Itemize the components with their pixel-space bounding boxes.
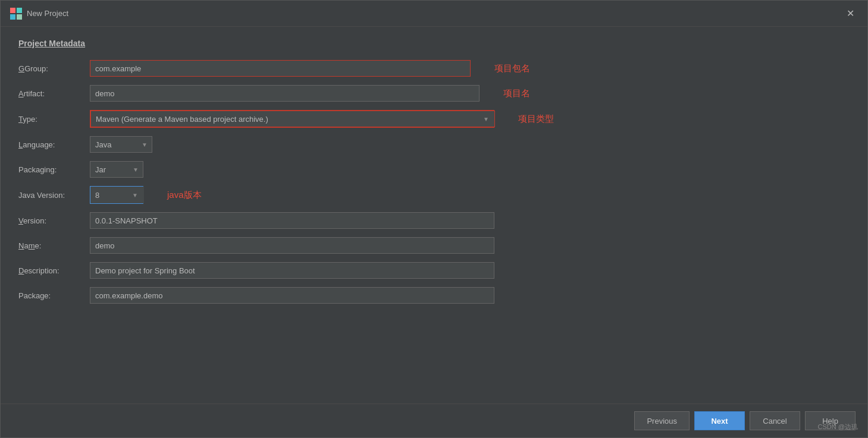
title-bar: New Project ✕ [1, 1, 867, 27]
artifact-label: Artifact: [18, 89, 90, 98]
main-form: Project Metadata GGroup: 项目包名 Artifact: … [18, 39, 530, 392]
group-row: GGroup: 项目包名 [18, 60, 530, 77]
java-version-row: Java Version: 8 11 17 21 java版本 [18, 186, 530, 204]
previous-button[interactable]: Previous [634, 411, 690, 430]
title-bar-left: New Project [10, 8, 68, 20]
package-row: Package: [18, 287, 530, 304]
version-label: Version: [18, 216, 90, 225]
package-input[interactable] [90, 287, 494, 304]
packaging-row: Packaging: Jar War [18, 161, 530, 178]
artifact-row: Artifact: 项目名 [18, 85, 530, 102]
type-row: Type: Maven (Generate a Maven based proj… [18, 110, 530, 128]
description-label: Description: [18, 266, 90, 275]
app-icon [10, 8, 22, 20]
type-label: Type: [18, 115, 90, 124]
group-label: GGroup: [18, 64, 90, 73]
packaging-select-wrapper: Jar War [90, 161, 143, 178]
dialog-title: New Project [27, 9, 68, 18]
watermark: CSDN @边玑 [818, 423, 858, 431]
packaging-label: Packaging: [18, 165, 90, 174]
svg-rect-1 [17, 8, 22, 13]
artifact-annotation: 项目名 [503, 88, 530, 99]
java-version-select[interactable]: 8 11 17 21 [90, 187, 144, 203]
name-input[interactable] [90, 237, 494, 254]
section-title: Project Metadata [18, 39, 530, 48]
type-select-wrapper: Maven (Generate a Maven based project ar… [90, 110, 494, 128]
artifact-input[interactable] [90, 85, 480, 102]
type-annotation: 项目类型 [518, 114, 554, 125]
group-annotation: 项目包名 [494, 63, 530, 74]
java-version-annotation: java版本 [167, 190, 202, 201]
java-version-label: Java Version: [18, 191, 90, 200]
package-label: Package: [18, 291, 90, 300]
cancel-button[interactable]: Cancel [750, 411, 800, 430]
close-button[interactable]: ✕ [843, 7, 858, 20]
footer: Previous Next Cancel Help [1, 404, 867, 437]
language-select[interactable]: Java Kotlin Groovy [90, 136, 152, 153]
next-button[interactable]: Next [694, 411, 745, 430]
type-select[interactable]: Maven (Generate a Maven based project ar… [90, 111, 495, 127]
name-label: Name: [18, 241, 90, 250]
language-row: Language: Java Kotlin Groovy [18, 136, 530, 153]
language-label: Language: [18, 140, 90, 149]
group-input[interactable] [90, 60, 471, 77]
description-row: Description: [18, 262, 530, 279]
language-select-wrapper: Java Kotlin Groovy [90, 136, 152, 153]
name-row: Name: [18, 237, 530, 254]
java-version-select-wrapper: 8 11 17 21 [90, 186, 143, 204]
svg-rect-2 [10, 14, 15, 20]
version-input[interactable] [90, 212, 494, 229]
svg-rect-0 [10, 8, 15, 13]
description-input[interactable] [90, 262, 494, 279]
packaging-select[interactable]: Jar War [90, 161, 143, 178]
content-area: Project Metadata GGroup: 项目包名 Artifact: … [1, 27, 867, 404]
version-row: Version: [18, 212, 530, 229]
svg-rect-3 [17, 14, 22, 20]
new-project-dialog: New Project ✕ Project Metadata GGroup: 项… [0, 0, 868, 438]
